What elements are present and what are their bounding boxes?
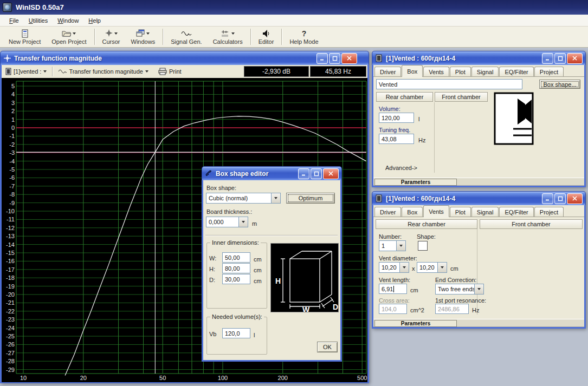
- print-button[interactable]: Print: [156, 66, 184, 77]
- box-wireframe-diagram: H W D: [270, 243, 339, 312]
- cursor-db-readout: -2,930 dB: [244, 66, 309, 77]
- minimize-button[interactable]: [316, 53, 328, 64]
- new-project-button[interactable]: New Project: [3, 27, 46, 47]
- tab-project[interactable]: Project: [534, 207, 564, 217]
- open-project-button[interactable]: Open Project: [46, 27, 92, 47]
- box-type-field[interactable]: Vented: [376, 79, 522, 89]
- restore-button[interactable]: [554, 193, 566, 204]
- minimize-button[interactable]: [542, 53, 553, 64]
- board-thickness-unit: m: [252, 220, 257, 227]
- front-chamber-tab[interactable]: Front chamber: [435, 92, 488, 102]
- project-dropdown-caret[interactable]: [43, 70, 47, 73]
- svg-text:-25: -25: [6, 333, 15, 339]
- plot-type-dropdown-caret[interactable]: [145, 70, 148, 73]
- advanced-link[interactable]: Advanced->: [385, 165, 417, 171]
- tab-plot[interactable]: Plot: [450, 67, 471, 76]
- tab-box[interactable]: Box: [402, 65, 423, 77]
- tab-eq-filter[interactable]: EQ/Filter: [499, 67, 533, 76]
- window-title: [1]Vented : 600гдн14-4: [386, 55, 539, 62]
- restore-button[interactable]: [554, 53, 566, 64]
- height-field[interactable]: 80,00: [222, 263, 250, 273]
- tab-box[interactable]: Box: [402, 207, 423, 217]
- tab-driver[interactable]: Driver: [374, 207, 401, 217]
- front-chamber-tab[interactable]: Front chamber: [480, 219, 583, 229]
- needed-volume-title: Needed volume(s):: [210, 313, 264, 320]
- combo-dropdown-button[interactable]: [396, 241, 405, 251]
- combo-dropdown-button[interactable]: [271, 193, 280, 203]
- vent-length-field[interactable]: 6,91: [379, 284, 407, 294]
- tab-plot[interactable]: Plot: [450, 207, 471, 217]
- diagram-h-label: H: [275, 277, 281, 285]
- vents-project-window: [1]Vented : 600гдн14-4 Driver Box Vents …: [372, 191, 586, 329]
- tuning-field[interactable]: 43,08: [379, 134, 414, 144]
- minimize-button[interactable]: [542, 193, 553, 204]
- close-button[interactable]: [323, 168, 339, 179]
- editor-button[interactable]: Editor: [253, 27, 280, 47]
- tab-vents[interactable]: Vents: [423, 205, 449, 217]
- end-correction-combo[interactable]: Two free ends: [435, 284, 484, 295]
- rear-chamber-tab[interactable]: Rear chamber: [376, 219, 477, 229]
- tab-signal[interactable]: Signal: [471, 207, 499, 217]
- windows-dropdown-caret[interactable]: [146, 32, 150, 35]
- vent-diameter-w-combo[interactable]: 10,20: [379, 262, 409, 273]
- combo-dropdown-button[interactable]: [399, 263, 409, 272]
- end-correction-label: End Correction:: [435, 277, 476, 283]
- menu-utilities[interactable]: Utilities: [24, 16, 53, 25]
- restore-button[interactable]: [311, 168, 322, 179]
- ok-button[interactable]: OK: [317, 342, 338, 352]
- menu-help[interactable]: Help: [83, 16, 106, 25]
- open-project-dropdown-caret[interactable]: [73, 32, 76, 35]
- vent-diameter-h-combo[interactable]: 10,20: [417, 262, 447, 273]
- close-button[interactable]: [567, 53, 583, 64]
- optimum-button[interactable]: Optimum: [286, 193, 335, 204]
- svg-text:-24: -24: [6, 325, 15, 331]
- box-shape-button[interactable]: Box shape...: [539, 80, 580, 89]
- volume-field[interactable]: 120,00: [379, 113, 414, 123]
- vent-shape-button[interactable]: [418, 241, 428, 251]
- tab-vents[interactable]: Vents: [423, 67, 449, 76]
- parameters-tab[interactable]: Parameters: [374, 320, 457, 327]
- width-field[interactable]: 50,00: [222, 252, 250, 263]
- restore-button[interactable]: [329, 53, 340, 64]
- close-button[interactable]: [341, 53, 357, 64]
- combo-dropdown-button[interactable]: [437, 263, 447, 272]
- dialog-titlebar[interactable]: Box shape editor: [202, 166, 342, 180]
- tab-signal[interactable]: Signal: [471, 67, 499, 76]
- transfer-window-titlebar[interactable]: Transfer function magnitude: [0, 51, 369, 65]
- menu-window[interactable]: Window: [53, 16, 83, 25]
- vent-number-combo[interactable]: 1: [379, 240, 406, 251]
- board-thickness-combo[interactable]: 0,000: [206, 217, 248, 227]
- cursor-dropdown-caret[interactable]: [114, 32, 118, 35]
- project-selector[interactable]: [1]vented :: [3, 66, 49, 77]
- cursor-button[interactable]: Cursor: [97, 27, 126, 47]
- toolbar-separator: [281, 29, 282, 45]
- open-project-icon: [62, 29, 76, 38]
- signal-gen-button[interactable]: Signal Gen.: [165, 27, 207, 47]
- windows-button[interactable]: Windows: [126, 27, 161, 47]
- chevron-down-icon: [242, 221, 245, 223]
- calculators-button[interactable]: Calculators: [208, 27, 248, 47]
- combo-dropdown-button[interactable]: [238, 217, 248, 227]
- cross-area-label: Cross area:: [379, 297, 410, 304]
- vents-window-titlebar[interactable]: [1]Vented : 600гдн14-4: [372, 191, 586, 205]
- box-shape-editor-dialog: Box shape editor Box shape: Cubic (norma…: [202, 166, 342, 362]
- calculators-icon: [221, 29, 235, 38]
- needed-volume-group: Needed volume(s): Vb 120,0 l: [206, 317, 267, 355]
- calculators-dropdown-caret[interactable]: [231, 32, 235, 35]
- tab-driver[interactable]: Driver: [374, 67, 401, 76]
- tab-project[interactable]: Project: [534, 67, 564, 76]
- parameters-tab[interactable]: Parameters: [374, 179, 457, 186]
- tab-eq-filter[interactable]: EQ/Filter: [499, 207, 533, 217]
- help-mode-icon: ?: [302, 29, 307, 38]
- help-mode-button[interactable]: ? Help Mode: [284, 27, 324, 47]
- rear-chamber-tab[interactable]: Rear chamber: [376, 92, 433, 102]
- box-shape-combo[interactable]: Cubic (normal): [206, 193, 281, 204]
- vb-field[interactable]: 120,0: [222, 328, 250, 338]
- combo-dropdown-button[interactable]: [474, 284, 483, 294]
- minimize-button[interactable]: [298, 168, 309, 179]
- depth-field[interactable]: 30,00: [222, 274, 250, 284]
- close-button[interactable]: [567, 193, 583, 204]
- box-window-titlebar[interactable]: [1]Vented : 600гдн14-4: [372, 51, 586, 65]
- plot-type-selector[interactable]: Transfer function magnitude: [55, 66, 151, 77]
- menu-file[interactable]: File: [4, 16, 24, 25]
